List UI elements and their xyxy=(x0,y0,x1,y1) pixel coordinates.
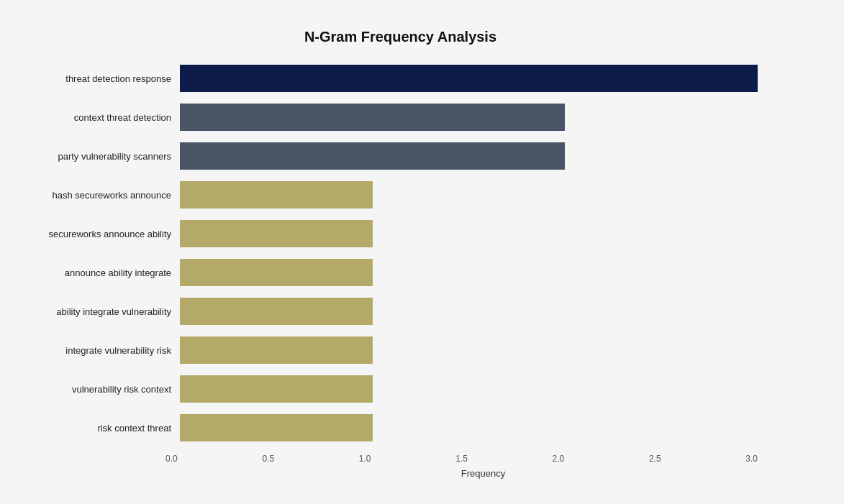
bar-label: secureworks announce ability xyxy=(14,229,180,239)
bar-label: party vulnerability scanners xyxy=(14,151,180,162)
bar-fill xyxy=(180,142,565,170)
bar-label: threat detection response xyxy=(14,73,180,84)
chart-area: threat detection responsecontext threat … xyxy=(0,60,801,448)
bar-fill xyxy=(180,65,758,92)
x-axis-area: 0.00.51.01.52.02.53.0 xyxy=(165,448,801,464)
bar-label: context threat detection xyxy=(14,112,180,123)
bar-row: risk context threat xyxy=(14,409,758,446)
bar-track xyxy=(180,259,758,286)
x-axis-title: Frequency xyxy=(165,468,801,479)
bar-row: vulnerability risk context xyxy=(14,370,758,408)
chart-container: N-Gram Frequency Analysis threat detecti… xyxy=(0,0,844,504)
bar-track xyxy=(180,142,758,170)
bar-row: context threat detection xyxy=(14,98,758,136)
bar-track xyxy=(180,414,758,441)
bar-fill xyxy=(180,336,373,364)
bar-track xyxy=(180,104,758,131)
bar-fill xyxy=(180,375,373,403)
bar-label: integrate vulnerability risk xyxy=(14,345,180,356)
bar-track xyxy=(180,375,758,403)
x-tick-label: 2.5 xyxy=(649,454,661,464)
bar-track xyxy=(180,298,758,325)
chart-title: N-Gram Frequency Analysis xyxy=(0,14,801,60)
bar-row: party vulnerability scanners xyxy=(14,137,758,175)
bar-fill xyxy=(180,298,373,325)
bar-row: hash secureworks announce xyxy=(14,176,758,214)
bar-label: risk context threat xyxy=(14,423,180,434)
bar-label: announce ability integrate xyxy=(14,267,180,278)
bar-row: announce ability integrate xyxy=(14,254,758,291)
bar-track xyxy=(180,336,758,364)
bar-fill xyxy=(180,104,565,131)
x-tick-label: 0.5 xyxy=(262,454,274,464)
x-tick-label: 3.0 xyxy=(745,454,758,464)
bar-row: threat detection response xyxy=(14,60,758,97)
bar-fill xyxy=(180,181,373,209)
x-tick-label: 1.0 xyxy=(359,454,371,464)
bar-track xyxy=(180,65,758,92)
bar-label: ability integrate vulnerability xyxy=(14,306,180,317)
bar-track xyxy=(180,220,758,247)
x-tick-label: 1.5 xyxy=(455,454,468,464)
bar-row: ability integrate vulnerability xyxy=(14,293,758,330)
x-tick-label: 0.0 xyxy=(165,454,178,464)
bar-row: integrate vulnerability risk xyxy=(14,331,758,369)
bar-label: vulnerability risk context xyxy=(14,384,180,395)
x-tick-label: 2.0 xyxy=(553,454,565,464)
bar-fill xyxy=(180,259,373,286)
bar-fill xyxy=(180,414,373,441)
bar-fill xyxy=(180,220,373,247)
x-axis-labels: 0.00.51.01.52.02.53.0 xyxy=(165,454,758,464)
bar-label: hash secureworks announce xyxy=(14,190,180,201)
bar-row: secureworks announce ability xyxy=(14,215,758,252)
bar-track xyxy=(180,181,758,209)
